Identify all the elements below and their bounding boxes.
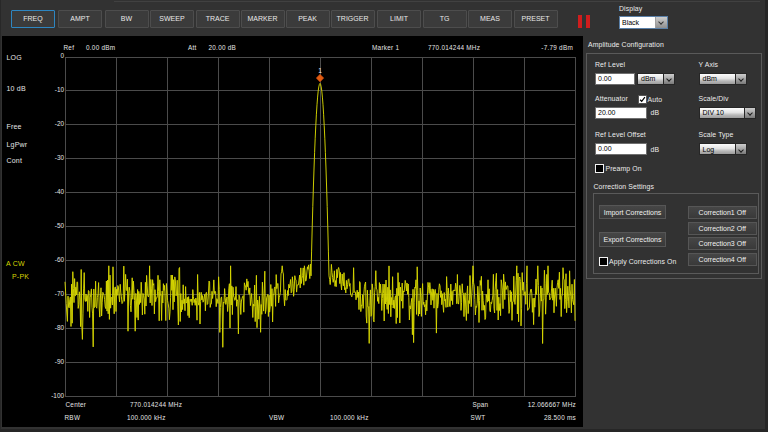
- svg-text:1: 1: [318, 67, 322, 74]
